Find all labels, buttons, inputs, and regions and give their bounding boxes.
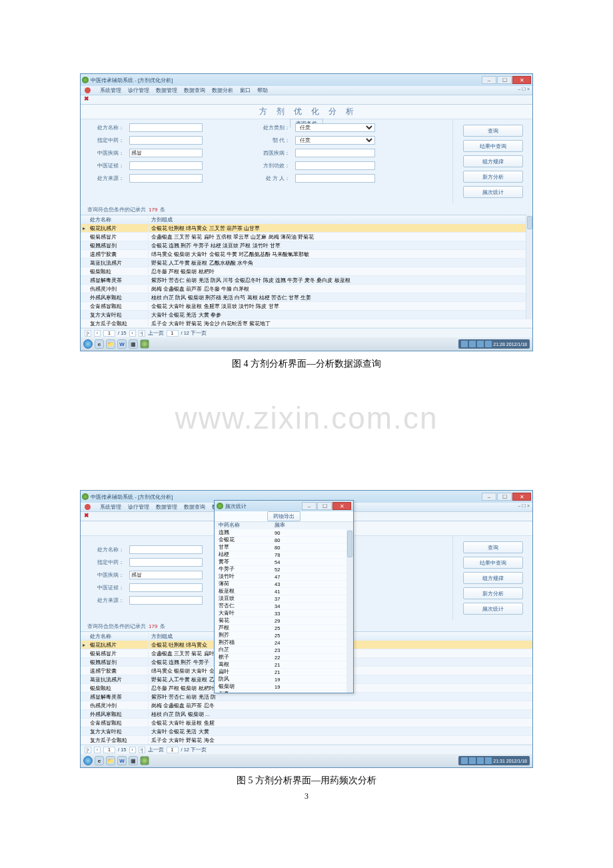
mdi-close-icon[interactable]: ✖: [83, 512, 90, 519]
table-row[interactable]: 伤感灵冲剂岗梅 金盏银盘 葫芦茶 忍冬: [81, 701, 532, 710]
page-goto-input[interactable]: [167, 747, 179, 753]
popup-close-button[interactable]: ✕: [332, 502, 351, 510]
maximize-button[interactable]: ☐: [497, 493, 512, 501]
menu-orb-icon[interactable]: [85, 504, 91, 510]
freq-row[interactable]: 大青叶33: [215, 610, 353, 617]
taskbar-word-icon[interactable]: W: [117, 339, 127, 349]
page-last-button[interactable]: ›|: [139, 747, 145, 753]
mdi-controls[interactable]: – ☐ ×: [518, 87, 530, 92]
table-row[interactable]: ▸银花抗感片金银花 牡荆根 绵马贯众 三叉苦 葫芦茶 山甘草: [81, 224, 532, 233]
table-row[interactable]: 感冒解毒灵茶紫苏叶 苦杏仁 前胡 羌活 防: [81, 693, 532, 701]
input-rx-person[interactable]: [295, 174, 375, 183]
input-tcm-disease[interactable]: [129, 571, 203, 579]
page-input[interactable]: [103, 747, 115, 753]
page-next-button[interactable]: ›: [129, 330, 136, 337]
page-next-text[interactable]: / 12 下一页: [181, 330, 207, 337]
menu-data-query[interactable]: 数据查询: [184, 87, 205, 94]
table-row[interactable]: 复方大青叶粒大青叶 金银花 羌活 大黄 拳参: [81, 311, 532, 319]
page-next-text[interactable]: / 12 下一页: [181, 747, 207, 753]
tray-icon[interactable]: [461, 341, 468, 347]
taskbar-app2-icon[interactable]: [140, 339, 149, 349]
query-button[interactable]: 查询: [463, 125, 523, 137]
menu-clinic[interactable]: 诊疗管理: [128, 87, 149, 94]
tray-icon[interactable]: [477, 757, 484, 764]
col-rx-comp[interactable]: 方剂组成: [149, 216, 532, 223]
taskbar-app2-icon[interactable]: [140, 756, 149, 765]
taskbar-folder-icon[interactable]: 📁: [106, 339, 115, 349]
page-first-button[interactable]: |‹: [85, 747, 91, 753]
page-prev-button[interactable]: ‹: [94, 747, 101, 753]
input-tcm-disease[interactable]: [129, 149, 203, 157]
tray-icon[interactable]: [485, 341, 492, 347]
start-button[interactable]: [83, 339, 93, 349]
table-row[interactable]: 银柴颗粒忍冬藤 芦根 银柴胡 枇杷叶: [81, 267, 532, 276]
query-in-results-button[interactable]: 结果中查询: [463, 140, 523, 152]
page-last-button[interactable]: ›|: [139, 330, 145, 337]
popup-scrollbar[interactable]: [346, 529, 353, 693]
minimize-button[interactable]: –: [482, 493, 496, 501]
table-row[interactable]: 复方大青叶粒大青叶 金银花 羌活 大黄: [81, 727, 532, 736]
select-dynasty[interactable]: 任意: [295, 136, 375, 145]
query-button[interactable]: 查询: [463, 541, 523, 553]
mdi-controls[interactable]: – ☐ ×: [518, 503, 530, 509]
taskbar-app-icon[interactable]: ▦: [129, 339, 138, 349]
taskbar-folder-icon[interactable]: 📁: [106, 756, 115, 765]
tray-icon[interactable]: [469, 757, 476, 764]
taskbar-word-icon[interactable]: W: [117, 756, 127, 765]
select-rx-type[interactable]: 任意: [295, 123, 375, 132]
page-first-button[interactable]: |‹: [85, 330, 91, 337]
page-prev-text[interactable]: 上一页: [148, 330, 164, 337]
table-row[interactable]: 复方瓜子金颗粒瓜子金 大青叶 野菊花 海金: [81, 736, 532, 745]
freq-row[interactable]: 荆芥25: [215, 632, 353, 639]
tray-icon[interactable]: [461, 757, 468, 764]
table-row[interactable]: 金青感冒颗粒金银花 大青叶 板蓝根 鱼腥: [81, 719, 532, 727]
freq-row[interactable]: 淡竹叶47: [215, 573, 353, 581]
freq-row[interactable]: 桔梗78: [215, 551, 353, 559]
table-row[interactable]: 外感风寒颗粒桂枝 白芷 防风 银柴胡 ...: [81, 710, 532, 719]
popup-col-name[interactable]: 中药名称: [215, 522, 275, 529]
tray-icon[interactable]: [469, 341, 476, 347]
table-row[interactable]: 银菊感冒片金盏银盘 三叉苦 菊花 扁叶 五倍根 翠云草 山芝麻 岗梅 薄荷油 野…: [81, 233, 532, 241]
table-row[interactable]: 感冒解毒灵茶紫苏叶 苦杏仁 前胡 羌活 防风 川芎 金银忍冬叶 陈皮 连翘 牛蒡…: [81, 276, 532, 285]
popup-col-freq[interactable]: 频率: [275, 522, 314, 529]
input-rx-name[interactable]: [129, 545, 203, 554]
freq-row[interactable]: 板蓝根41: [215, 588, 353, 595]
group-rule-button[interactable]: 组方规律: [463, 572, 523, 584]
mdi-close-icon[interactable]: ✖: [83, 95, 90, 102]
freq-row[interactable]: 牛蒡子52: [215, 566, 353, 573]
menu-clinic[interactable]: 诊疗管理: [128, 503, 149, 511]
freq-row[interactable]: 苦杏仁34: [215, 603, 353, 610]
menu-data-query[interactable]: 数据查询: [184, 503, 205, 511]
popup-max-button[interactable]: ☐: [317, 502, 332, 510]
table-row[interactable]: 速感宁胶囊绵马贯众 银柴胡 大青叶 金银花 牛黄 对乙酰氨基酚 马来酸氯苯那敏: [81, 250, 532, 259]
menu-system[interactable]: 系统管理: [100, 503, 121, 511]
freq-row[interactable]: 薄荷43: [215, 581, 353, 588]
rx-analysis-button[interactable]: 新方分析: [463, 171, 523, 183]
table-row[interactable]: 金青感冒颗粒金银花 大青叶 板蓝根 鱼腥草 淡豆豉 淡竹叶 陈皮 甘草: [81, 302, 532, 311]
freq-stat-button[interactable]: 频次统计: [463, 603, 523, 615]
input-rx-source[interactable]: [129, 174, 203, 183]
freq-row[interactable]: 栀子22: [215, 654, 353, 661]
freq-row[interactable]: 葛根21: [215, 661, 353, 669]
menu-system[interactable]: 系统管理: [100, 87, 121, 94]
freq-row[interactable]: 芦根25: [215, 625, 353, 632]
maximize-button[interactable]: ☐: [497, 76, 512, 84]
menu-help[interactable]: 帮助: [257, 87, 268, 94]
menu-data-analysis[interactable]: 数据分析: [212, 87, 233, 94]
input-fixed-herb[interactable]: [129, 136, 203, 145]
freq-stat-button[interactable]: 频次统计: [463, 186, 523, 198]
tray-icon[interactable]: [485, 757, 492, 764]
table-row[interactable]: 银翘感冒剂金银花 连翘 荆芥 牛蒡子 桔梗 淡豆豉 芦根 淡竹叶 甘草: [81, 241, 532, 250]
grid-scrollbar[interactable]: [526, 215, 532, 319]
freq-row[interactable]: 银柴胡19: [215, 683, 353, 691]
freq-row[interactable]: 荆芥穗24: [215, 639, 353, 647]
input-rx-name[interactable]: [129, 123, 203, 132]
input-fixed-herb[interactable]: [129, 558, 203, 567]
freq-row[interactable]: 连翘90: [215, 529, 353, 537]
freq-row[interactable]: 甘草80: [215, 544, 353, 551]
freq-row[interactable]: 金银花80: [215, 537, 353, 544]
col-rx-name[interactable]: 处方名称: [87, 216, 149, 223]
menu-orb-icon[interactable]: [85, 87, 91, 93]
table-row[interactable]: 复方瓜子金颗粒瓜子金 大青叶 野菊花 海金沙 白花蛇舌草 紫花地丁: [81, 319, 532, 328]
start-button[interactable]: [83, 756, 93, 765]
